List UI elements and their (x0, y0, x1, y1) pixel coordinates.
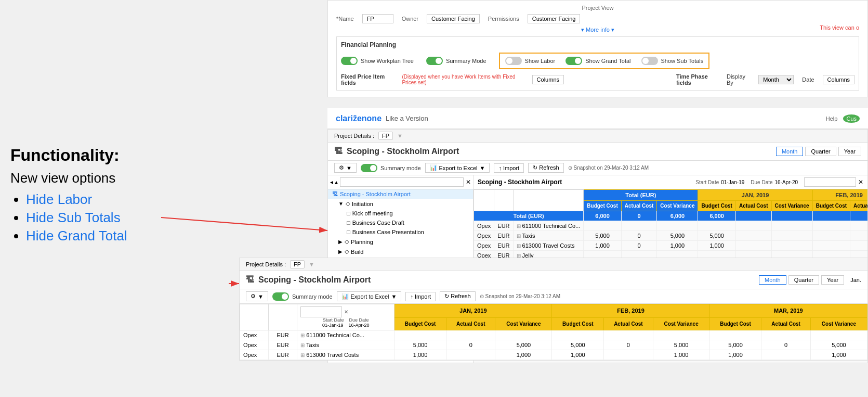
import-btn[interactable]: ↑ Import (494, 163, 524, 173)
summary-mode-toolbar-toggle[interactable]: Summary mode (361, 164, 421, 172)
tree-item-business-case-pres[interactable]: □ Business Case Presentation (328, 227, 473, 237)
bottom-tab-month[interactable]: Month (759, 275, 786, 285)
export-btn[interactable]: 📊 Export to Excel ▼ (425, 163, 490, 173)
sub-actual-cost-1: Actual Cost (621, 201, 657, 211)
bottom-summary-toggle[interactable]: Summary mode (272, 292, 333, 301)
hide-grand-text: Hide Grand Total (26, 228, 127, 244)
tree-search-input[interactable] (340, 177, 464, 187)
fp-badge[interactable]: FP (378, 132, 393, 140)
bottom-search-input[interactable] (300, 306, 342, 317)
bottom-fp-badge[interactable]: FP (290, 260, 305, 268)
row2-feb-actual (735, 231, 771, 241)
show-grand-total-switch[interactable] (565, 57, 582, 65)
tree-item-planning[interactable]: ▶ ◇ Planning (328, 237, 473, 247)
row1-feb-budget (698, 221, 735, 231)
data-search-clear[interactable]: ✕ (858, 178, 863, 186)
brow3-feb-actual (604, 350, 653, 360)
brow1-mar-budget (709, 330, 761, 340)
col-header-currency (494, 190, 513, 211)
bottom-settings-icon: ⚙ (251, 293, 256, 300)
root-icon: 🏗 (332, 191, 338, 197)
tab-quarter[interactable]: Quarter (805, 147, 836, 156)
row2-feb-variance (771, 231, 812, 241)
bottom-jan-budget: Budget Cost (394, 317, 446, 330)
total-feb-variance (771, 211, 812, 221)
brow2-mar-actual: 0 (761, 340, 810, 350)
hide-sub-text: Hide Sub Totals (26, 210, 121, 225)
total-label: Total (EUR) (474, 211, 584, 221)
hide-labor-text: Hide Labor (26, 191, 92, 207)
row1-category: Opex (474, 221, 494, 231)
show-labor-switch[interactable] (505, 57, 522, 65)
summary-mode-toolbar-switch[interactable] (361, 164, 377, 172)
brow1-feb-actual (604, 330, 653, 340)
brow3-jan-budget: 1,000 (394, 350, 446, 360)
name-value[interactable]: FP (362, 14, 393, 23)
bottom-panel: Project Details : FP ▼ 🏗 Scoping - Stock… (239, 258, 868, 361)
refresh-btn[interactable]: ↻ Refresh (528, 163, 564, 173)
collapse-icon[interactable]: ◂ ▴ (330, 178, 338, 186)
brow2-feb-actual: 0 (604, 340, 653, 350)
show-labor-toggle[interactable]: Show Labor (505, 57, 556, 65)
import-label: ↑ Import (498, 165, 519, 171)
bottom-refresh-btn[interactable]: ↻ Refresh (440, 291, 476, 301)
initiation-label: Initiation (352, 201, 373, 207)
display-by-select[interactable]: Month Quarter Year (758, 75, 794, 84)
brow1-desc: ⊞ 611000 Technical Co... (297, 330, 394, 340)
bottom-jan-variance: Cost Variance (495, 317, 552, 330)
show-workplan-toggle[interactable]: Show Workplan Tree (341, 57, 414, 65)
fixed-price-label: Fixed Price Item fields (341, 73, 393, 86)
total-mar-actual (850, 211, 867, 221)
table-row: Opex EUR ⊞ 613000 Travel Costs 1,000 0 1… (474, 241, 868, 251)
project-title-bar: 🏗 Scoping - Stockholm Airport Month Quar… (328, 143, 867, 161)
user-avatar[interactable]: Cus (843, 114, 860, 123)
annotation-subtitle: New view options (10, 170, 312, 186)
show-sub-totals-toggle[interactable]: Show Sub Totals (641, 57, 704, 65)
bottom-mar-budget: Budget Cost (709, 317, 761, 330)
planning-chevron: ▶ (338, 239, 343, 245)
show-sub-totals-switch[interactable] (641, 57, 658, 65)
bottom-col-mar: MAR, 2019 (709, 304, 867, 318)
bottom-table-row: Opex EUR ⊞ 613000 Travel Costs 1,000 1,0… (240, 350, 867, 360)
permissions-value[interactable]: Customer Facing (528, 14, 581, 23)
bottom-import-btn[interactable]: ↑ Import (405, 292, 436, 301)
bottom-tab-quarter[interactable]: Quarter (788, 275, 819, 285)
bottom-summary-switch[interactable] (272, 292, 289, 301)
brow2-mar-variance: 5,000 (810, 340, 867, 350)
app-header: clariženone Like a Version Help Cus (327, 108, 868, 129)
fixed-price-columns-btn[interactable]: Columns (532, 75, 564, 84)
tree-item-kickoff[interactable]: □ Kick off meeting (328, 209, 473, 218)
tree-item-initiation[interactable]: ▼ ◇ Initiation (328, 199, 473, 209)
bottom-settings-btn[interactable]: ⚙▼ (246, 291, 268, 301)
show-workplan-switch[interactable] (341, 57, 358, 65)
brow3-jan-actual (446, 350, 495, 360)
bottom-feb-actual: Actual Cost (604, 317, 653, 330)
data-search-input[interactable] (804, 177, 856, 187)
bottom-export-btn[interactable]: 📊 Export to Excel ▼ (337, 291, 402, 301)
tab-year[interactable]: Year (838, 147, 861, 156)
bottom-col-feb: FEB, 2019 (552, 304, 709, 318)
row3-mar-budget (812, 241, 850, 251)
row3-variance: 1,000 (657, 241, 698, 251)
brow2-jan-variance: 5,000 (495, 340, 552, 350)
summary-mode-switch[interactable] (426, 57, 443, 65)
owner-value[interactable]: Customer Facing (427, 14, 480, 23)
export-label: Export to Excel (439, 165, 478, 171)
clear-search-icon[interactable]: ✕ (466, 178, 471, 186)
tree-item-root[interactable]: 🏗 Scoping - Stockholm Airport (328, 189, 473, 199)
time-phase-columns-btn[interactable]: Columns (823, 75, 854, 84)
show-grand-total-toggle[interactable]: Show Grand Total (565, 57, 630, 65)
this-view-note: This view can o (820, 24, 859, 31)
bottom-search-clear[interactable]: ✕ (344, 309, 348, 315)
bottom-tab-year[interactable]: Year (821, 275, 844, 285)
settings-btn[interactable]: ⚙▼ (334, 163, 357, 173)
sub-actual-cost-3: Actual Cost (850, 201, 867, 211)
summary-mode-toggle[interactable]: Summary Mode (426, 57, 486, 65)
help-link[interactable]: Help (826, 116, 838, 122)
tree-item-business-case-draft[interactable]: □ Business Case Draft (328, 218, 473, 227)
financial-planning-box: Financial Planning Show Workplan Tree Su… (336, 36, 859, 91)
tree-item-build[interactable]: ▶ ◇ Build (328, 247, 473, 257)
more-info-link[interactable]: ▾ More info ▾ (336, 27, 859, 33)
bottom-import-label: ↑ Import (410, 293, 431, 300)
tab-month[interactable]: Month (776, 147, 804, 156)
